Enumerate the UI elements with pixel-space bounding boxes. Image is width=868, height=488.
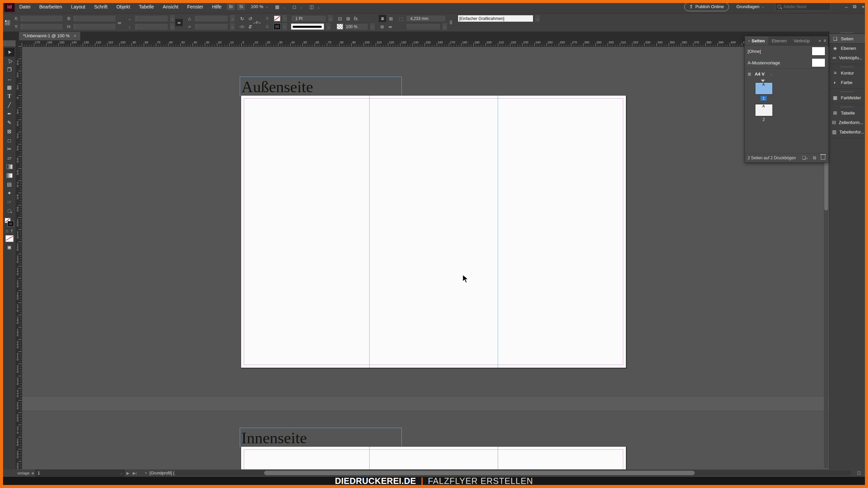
dock-item-verknüpfu[interactable]: ∞Verknüpfu... [829, 53, 865, 62]
arrange-documents-icon[interactable]: ◫ ⌄ [309, 4, 322, 9]
collapse-panel-icon[interactable]: » [818, 38, 821, 43]
type-tool[interactable]: T [4, 92, 15, 101]
panel-menu-icon[interactable]: ≡ [824, 38, 826, 43]
gap-tool[interactable]: ↔ [4, 74, 15, 83]
dock-item-zellenform[interactable]: ⊟Zellenform... [829, 118, 865, 127]
stroke-expander[interactable]: › [282, 23, 288, 30]
scissors-tool[interactable]: ✂ [4, 145, 15, 154]
close-button[interactable]: × [862, 4, 865, 9]
scale-y-field[interactable]: ⌃⌄ [134, 23, 168, 30]
direct-selection-tool[interactable]: ▷ [4, 57, 15, 65]
page-2-number[interactable]: 2 [755, 117, 772, 122]
page-2-thumbnail[interactable]: A [755, 104, 772, 116]
tab-ebenen[interactable]: Ebenen [768, 36, 790, 45]
fill-stroke-proxy[interactable] [4, 217, 15, 229]
new-spread-icon[interactable]: ⧉ [813, 155, 816, 161]
shear-field[interactable]: ⌃⌄ [194, 23, 228, 30]
formatting-text-icon[interactable]: T [11, 229, 13, 233]
constrain-dimensions-icon[interactable]: ∞ [116, 20, 123, 25]
dock-item-farbe[interactable]: ◐Farbe [829, 78, 865, 87]
rectangle-tool[interactable]: □ [4, 136, 15, 145]
flip-horizontal-icon[interactable]: ◁▷ [239, 24, 245, 29]
formatting-container-icon[interactable]: □ [6, 229, 8, 233]
eyedropper-tool[interactable]: ✦ [4, 189, 15, 198]
stock-icon[interactable]: St [237, 4, 244, 10]
zoom-chevron-icon[interactable]: ⌄ [265, 5, 268, 8]
publish-online-button[interactable]: ↥ Publish Online [684, 2, 729, 11]
dock-drag-handle[interactable] [829, 105, 865, 108]
object-style-field[interactable]: [Einfacher Grafikrahmen] [458, 15, 533, 22]
next-page-icon[interactable]: ▶ [126, 471, 129, 475]
pasteboard[interactable]: Außenseite Innenseite [22, 46, 829, 469]
menu-hilfe[interactable]: Hilfe [208, 2, 226, 12]
horizontal-ruler[interactable]: 1701601501401301201101009080706050403020… [22, 40, 829, 47]
frame-fitting-icon[interactable]: ⬚ [398, 16, 405, 21]
frame-tool[interactable]: ⊠ [4, 127, 15, 136]
gradient-tool[interactable] [4, 162, 15, 171]
flip-vertical-icon[interactable]: ⇵ [247, 24, 254, 29]
menu-bearbeiten[interactable]: Bearbeiten [35, 2, 67, 12]
horizontal-scrollbar[interactable] [174, 470, 851, 475]
tab-seiten[interactable]: ◦ Seiten [745, 36, 768, 45]
dock-item-tabellenfor[interactable]: ▥Tabellenfor... [829, 127, 865, 137]
content-collector-tool[interactable]: ▦ [4, 83, 15, 92]
fill-expander[interactable]: › [282, 15, 288, 22]
rotate-cw-icon[interactable]: ↻ [239, 16, 245, 21]
gap-field[interactable]: ⌃⌄ 4,233 mm [406, 15, 446, 22]
stroke-weight-field[interactable]: ⌃⌄ 1 Pt [291, 15, 326, 22]
delete-page-icon[interactable] [821, 155, 825, 160]
menu-tabelle[interactable]: Tabelle [135, 2, 158, 12]
dock-item-seiten[interactable]: ❏Seiten [829, 34, 865, 43]
gradient-feather-tool[interactable] [4, 171, 15, 180]
constrain-scale-icon[interactable]: ∞ [175, 19, 183, 26]
menu-schrift[interactable]: Schrift [90, 2, 112, 12]
rotation-dropdown[interactable]: ⌄ [230, 15, 235, 22]
new-page-icon[interactable]: ❏₊ [802, 155, 808, 161]
workspace-switcher[interactable]: Grundlagen ⌄ [736, 4, 766, 9]
object-style-dropdown[interactable]: ⌄ [535, 15, 540, 22]
apply-none-swatch[interactable] [5, 235, 14, 242]
opacity-field[interactable]: 100 % [344, 23, 368, 30]
page-tool[interactable]: ❐ [4, 65, 15, 74]
stroke-type-dropdown[interactable]: ⌄ [326, 23, 331, 30]
free-transform-tool[interactable]: ▱ [4, 154, 15, 162]
menu-layout[interactable]: Layout [66, 2, 90, 12]
page-2[interactable] [241, 446, 626, 469]
dock-item-ebenen[interactable]: ◈Ebenen [829, 43, 865, 53]
fill-swatch[interactable] [274, 16, 280, 21]
dock-item-farbfelder[interactable]: ▦Farbfelder [829, 93, 865, 102]
page-1-thumbnail[interactable]: A [755, 82, 772, 94]
width-field[interactable]: ⌃⌄ [73, 15, 116, 22]
jump-object-icon[interactable]: ≖ [387, 24, 394, 29]
preflight-icon[interactable]: ◔ [144, 471, 147, 475]
adobe-stock-search[interactable] [775, 3, 831, 11]
vertical-ruler[interactable]: 3020100102030405060708090100110120130140… [16, 46, 22, 469]
scale-y-dropdown[interactable]: ⌄ [170, 23, 175, 30]
hand-tool[interactable]: ☞ [4, 198, 15, 206]
corner-shape-icon[interactable]: ⊞ [345, 16, 352, 21]
view-options-icon[interactable]: ▦ ⌄ [275, 4, 288, 9]
rotate-ccw-icon[interactable]: ↺ [247, 16, 254, 21]
zoom-level[interactable]: 100 % [251, 4, 263, 9]
line-tool[interactable]: ╱ [4, 101, 15, 109]
search-input[interactable] [783, 4, 821, 9]
master-none-row[interactable]: [Ohne] [745, 45, 828, 57]
master-none-thumbnail[interactable] [812, 47, 825, 56]
tab-close-icon[interactable]: × [74, 34, 76, 38]
x-field[interactable]: ⌃⌄ [20, 15, 63, 22]
document-tab[interactable]: *Unbenannt-1 @ 100 % × [19, 31, 81, 40]
page-1-number[interactable]: 1 [755, 96, 772, 101]
dock-drag-handle[interactable] [829, 65, 865, 68]
inside-label-text-frame[interactable]: Innenseite [240, 428, 402, 447]
split-view-icon[interactable]: ◫ [857, 470, 861, 475]
screen-mode-icon[interactable]: ◻ ⌄ [293, 4, 305, 9]
menu-ansicht[interactable]: Ansicht [158, 2, 183, 12]
rotation-field[interactable]: ⌃⌄ [194, 15, 228, 22]
tab-verknuepfungen[interactable]: Verknüp [790, 36, 813, 45]
last-page-icon[interactable]: ▶| [133, 471, 136, 475]
reference-point-proxy[interactable] [5, 20, 10, 25]
bridge-icon[interactable]: Br [227, 4, 235, 10]
outside-label-text-frame[interactable]: Außenseite [240, 77, 402, 96]
master-a-row[interactable]: A-Mustervorlage [745, 57, 828, 68]
dock-item-tabelle[interactable]: ⊞Tabelle [829, 108, 865, 118]
